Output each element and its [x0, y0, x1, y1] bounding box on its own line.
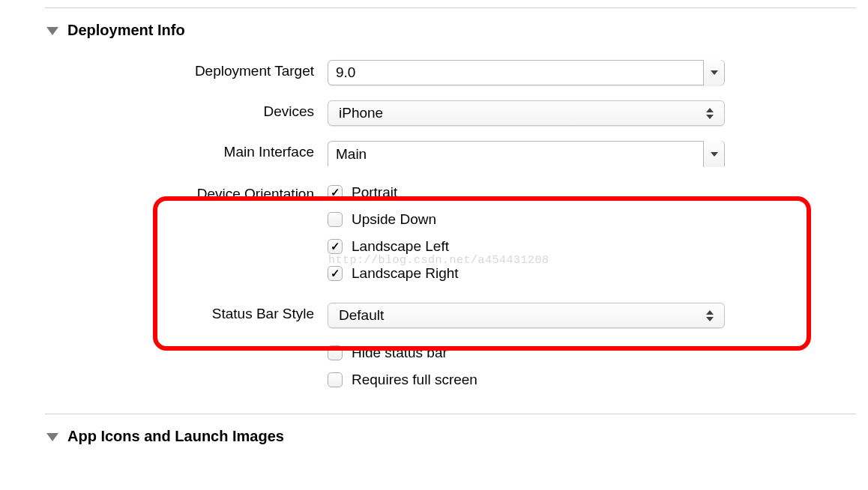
upside-down-checkbox[interactable]	[328, 212, 343, 227]
landscape-right-label: Landscape Right	[352, 265, 459, 282]
main-interface-label: Main Interface	[46, 141, 328, 160]
popup-indicator-icon	[706, 106, 717, 121]
popup-indicator-icon	[706, 308, 717, 323]
requires-full-screen-checkbox[interactable]	[328, 372, 343, 387]
section-title: App Icons and Launch Images	[67, 428, 284, 445]
portrait-checkbox[interactable]	[328, 185, 343, 200]
devices-value: iPhone	[339, 105, 383, 121]
deployment-target-dropdown-button[interactable]	[703, 60, 724, 85]
status-bar-style-value: Default	[339, 307, 384, 324]
chevron-down-icon	[711, 152, 718, 157]
deployment-info-header[interactable]: Deployment Info	[0, 8, 868, 52]
hide-status-bar-checkbox[interactable]	[328, 345, 343, 360]
section-title: Deployment Info	[67, 22, 185, 39]
requires-full-screen-label: Requires full screen	[352, 372, 477, 388]
hide-status-bar-label: Hide status bar	[352, 345, 447, 361]
app-icons-header[interactable]: App Icons and Launch Images	[0, 414, 868, 459]
upside-down-label: Upside Down	[352, 211, 436, 228]
landscape-left-label: Landscape Left	[352, 238, 449, 255]
device-orientation-label: Device Orientation	[46, 183, 328, 202]
status-bar-style-label: Status Bar Style	[46, 303, 328, 322]
deployment-target-value: 9.0	[336, 64, 355, 81]
status-bar-style-popup[interactable]: Default	[328, 303, 725, 328]
main-interface-combobox[interactable]: Main	[328, 141, 725, 166]
devices-popup[interactable]: iPhone	[328, 100, 725, 126]
deployment-target-label: Deployment Target	[46, 60, 328, 79]
chevron-down-icon	[46, 433, 58, 441]
landscape-right-checkbox[interactable]	[328, 266, 343, 281]
landscape-left-checkbox[interactable]	[328, 239, 343, 254]
portrait-label: Portrait	[352, 184, 397, 201]
chevron-down-icon	[711, 70, 718, 75]
main-interface-value: Main	[336, 146, 367, 163]
main-interface-dropdown-button[interactable]	[703, 141, 724, 167]
devices-label: Devices	[46, 100, 328, 120]
chevron-down-icon	[46, 27, 58, 35]
deployment-target-combobox[interactable]: 9.0	[328, 60, 725, 85]
